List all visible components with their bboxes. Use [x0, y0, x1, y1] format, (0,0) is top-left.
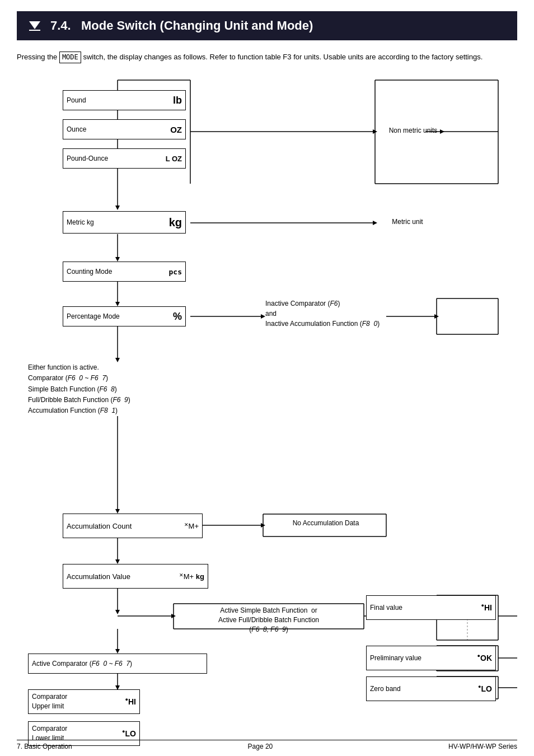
svg-marker-43: [115, 610, 120, 614]
active-comparator-box: Active Comparator (F6 0 ~ F6 7): [28, 654, 207, 674]
svg-marker-31: [115, 358, 120, 362]
svg-marker-23: [261, 314, 265, 319]
svg-marker-21: [115, 302, 120, 306]
svg-marker-33: [115, 509, 120, 514]
no-accumulation-label: No Accumulation Data: [265, 519, 386, 528]
comparator-upper-box: ComparatorUpper limit ●HI: [28, 689, 140, 714]
svg-marker-68: [115, 649, 120, 654]
metric-kg-box: Metric kg kg: [63, 211, 186, 234]
page-title: 7.4. Mode Switch (Changing Unit and Mode…: [50, 18, 313, 33]
metric-unit-label: Metric unit: [380, 217, 435, 227]
zero-band-box: Zero band ●LO: [366, 676, 496, 701]
svg-marker-5: [115, 206, 120, 210]
page-footer: 7. Basic Operation Page 20 HV-WP/HW-WP S…: [17, 740, 517, 750]
mode-button-label: MODE: [59, 52, 81, 63]
svg-marker-17: [373, 221, 377, 225]
svg-marker-35: [261, 523, 265, 528]
preliminary-value-box: Preliminary value ●OK: [366, 646, 496, 670]
footer-center: Page 20: [248, 743, 273, 750]
section-header: 7.4. Mode Switch (Changing Unit and Mode…: [17, 11, 517, 40]
svg-marker-19: [115, 257, 120, 262]
footer-left: 7. Basic Operation: [17, 743, 72, 750]
active-batch-label: Active Simple Batch Function or Active F…: [174, 604, 364, 636]
accumulation-value-box: Accumulation Value ✕M+ kg: [63, 564, 208, 589]
either-function-label: Either function is active. Comparator (F…: [28, 362, 202, 416]
accumulation-count-box: Accumulation Count ✕M+: [63, 514, 203, 538]
ounce-box: Ounce OZ: [63, 119, 186, 139]
intro-paragraph: Pressing the MODE switch, the display ch…: [17, 52, 517, 63]
final-value-box: Final value ●HI: [366, 595, 496, 620]
non-metric-label: Non metric units: [380, 126, 447, 136]
counting-mode-box: Counting Mode pcs: [63, 262, 186, 282]
flow-diagram: Pound lb Ounce OZ Pound-Ounce L OZ Non m…: [17, 74, 517, 707]
inactive-comparator-label: Inactive Comparator (F6) and Inactive Ac…: [265, 298, 433, 329]
svg-marker-41: [115, 559, 120, 564]
pound-ounce-box: Pound-Ounce L OZ: [63, 148, 186, 169]
svg-marker-25: [434, 314, 439, 319]
pound-box: Pound lb: [63, 90, 186, 110]
footer-right: HV-WP/HW-WP Series: [448, 743, 517, 750]
svg-marker-9: [373, 129, 377, 134]
percentage-mode-box: Percentage Mode %: [63, 306, 186, 326]
section-icon: [26, 17, 44, 35]
